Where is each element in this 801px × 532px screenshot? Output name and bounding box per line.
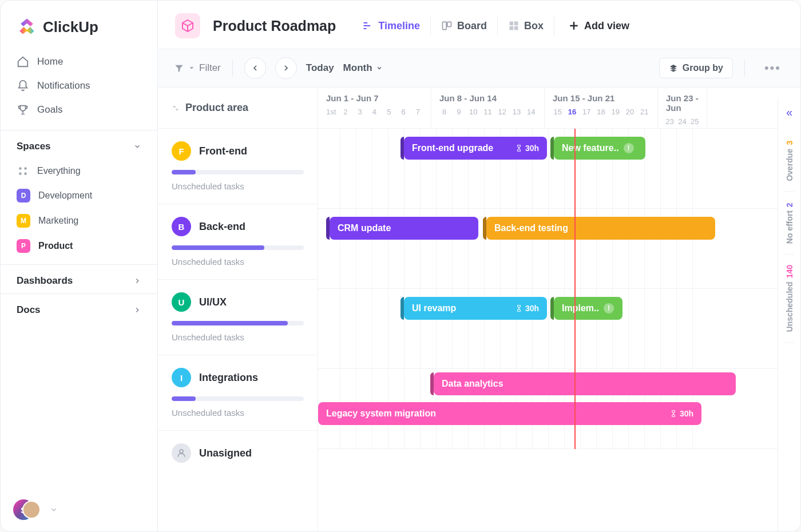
svg-point-1 — [24, 167, 27, 170]
hourglass-icon — [515, 304, 523, 312]
group-name: Front-end — [199, 145, 247, 157]
week-column: Jun 8 - Jun 14891011121314 — [431, 88, 545, 128]
next-button[interactable] — [275, 57, 297, 79]
tab-box[interactable]: Box — [497, 17, 554, 35]
chevron-down-icon — [376, 65, 383, 72]
day-label: 14 — [524, 108, 538, 116]
docs-label: Docs — [17, 304, 41, 316]
unassigned-icon — [172, 443, 191, 463]
space-item-product[interactable]: PProduct — [7, 233, 150, 259]
collapse-rail-button[interactable]: « — [786, 106, 792, 119]
spaces-label: Spaces — [17, 141, 51, 152]
add-view-button[interactable]: Add view — [568, 20, 629, 32]
timeline-icon — [362, 20, 374, 31]
task-bar[interactable]: Data analytics — [434, 372, 736, 395]
chevron-right-icon — [133, 277, 141, 285]
week-label: Jun 15 - Jun 21 — [550, 93, 652, 103]
group-badge: F — [172, 141, 191, 161]
rail-item-overdue[interactable]: Overdue 3 — [785, 130, 794, 192]
task-bar[interactable]: CRM update — [330, 217, 478, 240]
sidebar-item-everything[interactable]: Everything — [7, 159, 150, 183]
task-bar[interactable]: New feature..! — [554, 137, 645, 160]
chevron-down-icon — [133, 142, 141, 150]
rail-count: 140 — [785, 265, 794, 278]
task-bar[interactable]: Implem..! — [554, 297, 622, 320]
today-button[interactable]: Today — [306, 62, 334, 74]
unscheduled-link[interactable]: Unscheduled tasks — [172, 257, 304, 267]
day-label: 2 — [338, 108, 352, 116]
group-badge: B — [172, 217, 191, 236]
timeline-row: CRM updateBack-end testing — [318, 209, 800, 289]
day-label: 20 — [622, 108, 637, 116]
task-bar[interactable]: Front-end upgrade30h — [404, 137, 547, 160]
svg-rect-9 — [514, 26, 518, 30]
chevron-right-icon — [281, 63, 291, 73]
app-name: ClickUp — [43, 18, 98, 36]
svg-point-10 — [180, 450, 183, 453]
time-estimate: 30h — [515, 304, 539, 313]
rail-item-unscheduled[interactable]: Unscheduled 140 — [785, 255, 794, 343]
filter-button[interactable]: Filter — [174, 62, 221, 74]
task-bar[interactable]: UI revamp30h — [404, 297, 547, 320]
day-label: 4 — [367, 108, 382, 116]
docs-header[interactable]: Docs — [1, 294, 157, 323]
unscheduled-link[interactable]: Unscheduled tasks — [172, 332, 304, 342]
space-item-marketing[interactable]: MMarketing — [7, 208, 150, 233]
group-name: UI/UX — [199, 296, 227, 308]
range-select[interactable]: Month — [343, 62, 383, 74]
filter-icon — [174, 63, 184, 73]
chevron-left-icon — [251, 63, 260, 73]
time-estimate: 30h — [669, 409, 693, 418]
rail-label: No effort — [785, 210, 794, 243]
more-button[interactable]: ••• — [761, 61, 784, 76]
week-column: Jun 1 - Jun 71st234567 — [318, 88, 431, 128]
task-label: Legacy system migration — [326, 408, 436, 419]
task-bar[interactable]: Back-end testing — [486, 217, 715, 240]
day-label: 21 — [637, 108, 652, 116]
day-label: 17 — [580, 108, 594, 116]
space-item-development[interactable]: DDevelopment — [7, 183, 150, 208]
rail-count: 3 — [785, 141, 794, 145]
spaces-header[interactable]: Spaces — [1, 130, 157, 159]
group-name: Integrations — [199, 372, 258, 384]
unscheduled-link[interactable]: Unscheduled tasks — [172, 408, 304, 418]
group-column-header[interactable]: Product area — [158, 88, 318, 129]
page-title: Product Roadmap — [213, 18, 336, 34]
caret-down-icon — [189, 65, 195, 71]
task-bar[interactable]: Legacy system migration30h — [318, 402, 701, 425]
avatar: S — [13, 499, 34, 520]
dashboards-header[interactable]: Dashboards — [1, 265, 157, 293]
sidebar-item-notifications[interactable]: Notifications — [7, 74, 150, 98]
space-badge: M — [17, 214, 30, 228]
filter-label: Filter — [199, 62, 221, 74]
day-label: 10 — [466, 108, 481, 116]
rail-label: Overdue — [785, 149, 794, 181]
day-label: 1st — [324, 108, 338, 116]
day-label: 16 — [565, 108, 579, 116]
week-label: Jun 1 - Jun 7 — [324, 93, 425, 103]
sidebar-item-home[interactable]: Home — [7, 50, 150, 74]
tab-board[interactable]: Board — [430, 17, 497, 35]
layers-icon — [669, 63, 678, 73]
day-label: 18 — [594, 108, 608, 116]
day-label: 3 — [353, 108, 367, 116]
day-label: 13 — [509, 108, 524, 116]
sidebar-item-goals[interactable]: Goals — [7, 98, 150, 122]
prev-button[interactable] — [244, 57, 266, 79]
home-icon — [17, 55, 29, 68]
app-logo[interactable]: ClickUp — [1, 1, 157, 47]
unscheduled-link[interactable]: Unscheduled tasks — [172, 181, 304, 191]
day-label: 7 — [411, 108, 425, 116]
rail-item-no-effort[interactable]: No effort 2 — [785, 192, 794, 255]
group-badge: U — [172, 292, 191, 312]
tab-timeline[interactable]: Timeline — [352, 17, 430, 35]
day-label: 24 — [676, 117, 689, 126]
group-by-button[interactable]: Group by — [659, 58, 733, 78]
svg-point-3 — [24, 172, 27, 175]
day-label: 5 — [382, 108, 396, 116]
day-label: 15 — [550, 108, 565, 116]
space-label: Product — [38, 241, 73, 251]
space-label: Development — [38, 190, 92, 201]
timeline-row: Front-end upgrade30hNew feature..! — [318, 129, 800, 209]
user-menu[interactable]: S — [1, 488, 157, 531]
